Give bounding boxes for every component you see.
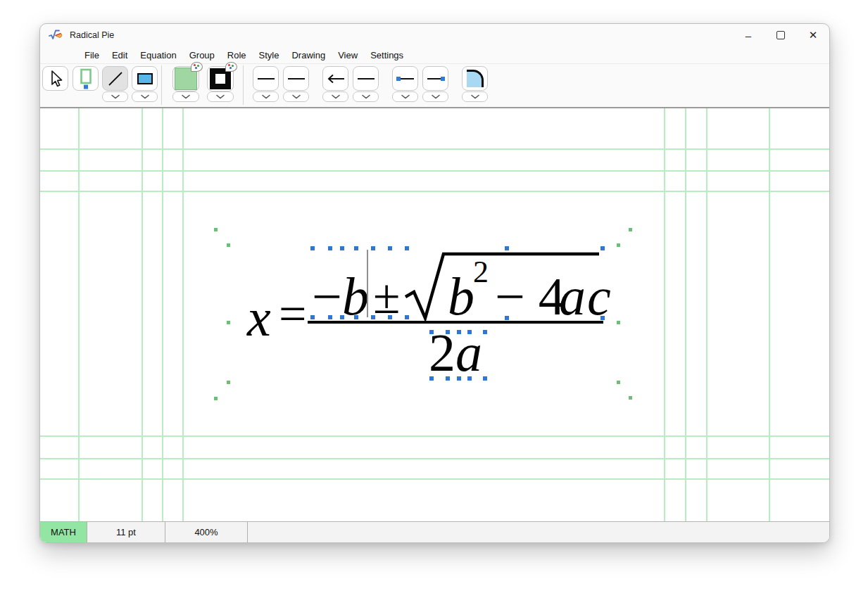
text-box-icon: [77, 68, 94, 89]
status-font-size[interactable]: 11 pt: [87, 522, 165, 542]
line-tool-button[interactable]: [102, 66, 128, 91]
arrow-start-button[interactable]: [322, 66, 348, 91]
rectangle-tool-button[interactable]: [132, 66, 158, 91]
selection-dot-blue: [328, 315, 332, 319]
maximize-button[interactable]: [765, 24, 797, 46]
line-weight-dropdown[interactable]: [283, 91, 309, 102]
chevron-down-icon: [401, 94, 410, 99]
selection-dot-blue: [429, 376, 434, 381]
chevron-down-icon: [361, 94, 371, 99]
selection-handle-green[interactable]: [227, 381, 230, 384]
selection-handle-green[interactable]: [227, 321, 230, 324]
line-weight-button[interactable]: [283, 66, 309, 91]
corner-style-dropdown[interactable]: [462, 91, 488, 102]
close-button[interactable]: ✕: [797, 24, 829, 46]
equation-canvas[interactable]: x = −b ± b 2 − 4 ac 2a: [40, 108, 829, 523]
menu-role[interactable]: Role: [221, 49, 253, 62]
menu-style[interactable]: Style: [253, 49, 286, 62]
selection-handle-green[interactable]: [617, 321, 620, 324]
selection-dot-blue: [354, 246, 358, 250]
selection-handle-green[interactable]: [214, 228, 218, 231]
menu-bar: File Edit Equation Group Role Style Draw…: [40, 46, 829, 63]
plain-line-icon: [356, 77, 376, 81]
equals-sign: =: [279, 290, 306, 339]
rectangle-icon: [137, 73, 153, 84]
status-spacer: [248, 522, 829, 542]
line-style-dropdown[interactable]: [253, 91, 279, 102]
line-style-icon: [256, 77, 276, 81]
border-color-button[interactable]: [207, 66, 234, 91]
endpoint-end-button[interactable]: [422, 66, 448, 91]
arrow-end-dropdown[interactable]: [353, 91, 379, 102]
toolbar: [40, 63, 829, 108]
chevron-down-icon: [331, 94, 341, 99]
grid-line-vertical: [664, 108, 665, 523]
menu-file[interactable]: File: [78, 49, 106, 62]
selection-dot-blue: [446, 376, 450, 381]
selection-handle-green[interactable]: [629, 228, 632, 231]
endpoint-start-button[interactable]: [392, 66, 418, 91]
selection-dot-blue: [405, 246, 409, 250]
menu-equation[interactable]: Equation: [134, 49, 182, 62]
line-tool-dropdown[interactable]: [102, 91, 128, 102]
cursor-tool-button[interactable]: [42, 66, 68, 91]
selection-dot-blue: [600, 246, 605, 250]
selection-handle-green[interactable]: [617, 243, 620, 247]
status-zoom-level[interactable]: 400%: [165, 522, 248, 542]
selection-handle-green[interactable]: [617, 381, 620, 384]
selection-dot-blue: [340, 315, 344, 319]
grid-line-vertical: [78, 108, 80, 523]
arrow-start-dropdown[interactable]: [322, 91, 348, 102]
grid-line-vertical: [706, 108, 707, 523]
status-mode-math[interactable]: MATH: [40, 522, 87, 542]
grid-line-horizontal: [40, 478, 829, 480]
selection-dot-blue: [467, 330, 472, 334]
menu-edit[interactable]: Edit: [106, 49, 134, 62]
endpoint-end-dropdown[interactable]: [422, 91, 448, 102]
menu-settings[interactable]: Settings: [364, 49, 410, 62]
grid-line-horizontal: [40, 170, 829, 172]
corner-style-button[interactable]: [462, 66, 488, 91]
fill-color-dropdown[interactable]: [172, 91, 199, 102]
chevron-down-icon: [431, 94, 441, 99]
selection-dot-blue: [328, 246, 332, 250]
line-weight-icon: [287, 77, 306, 81]
radicand-b: b: [448, 269, 474, 323]
menu-view[interactable]: View: [332, 49, 364, 62]
grid-line-vertical: [182, 108, 184, 523]
selection-handle-green[interactable]: [629, 396, 632, 400]
selection-handle-green[interactable]: [214, 397, 218, 400]
selection-dot-blue: [505, 246, 509, 250]
maximize-icon: [776, 31, 785, 39]
selection-dot-blue: [388, 246, 392, 250]
endpoint-start-dropdown[interactable]: [392, 91, 418, 102]
selection-dot-blue: [310, 315, 315, 319]
line-style-button[interactable]: [253, 66, 279, 91]
selection-dot-blue: [371, 315, 375, 319]
menu-drawing[interactable]: Drawing: [285, 49, 332, 62]
minimize-button[interactable]: –: [732, 24, 765, 46]
selection-handle-green[interactable]: [227, 243, 230, 247]
menu-group[interactable]: Group: [183, 49, 221, 62]
arrow-end-button[interactable]: [353, 66, 379, 91]
title-bar[interactable]: Radical Pie – ✕: [40, 24, 829, 46]
radicand-exponent: 2: [473, 257, 489, 288]
text-box-tool-button[interactable]: [73, 66, 99, 91]
toolbar-separator: [243, 65, 244, 105]
grid-line-vertical: [162, 108, 163, 523]
selection-dot-blue: [388, 315, 392, 319]
plus-minus-sign: ±: [373, 272, 400, 321]
selection-dot-blue: [446, 330, 450, 334]
line-icon: [106, 70, 125, 88]
rectangle-tool-dropdown[interactable]: [132, 91, 158, 102]
chevron-down-icon: [291, 94, 301, 99]
selection-dot-blue: [483, 376, 487, 381]
selection-dot-blue: [371, 246, 375, 250]
selection-dot-blue: [310, 246, 315, 250]
fill-color-button[interactable]: [172, 66, 199, 91]
toolbar-separator: [161, 65, 162, 105]
grid-line-horizontal: [40, 435, 829, 437]
selection-dot-blue: [429, 330, 434, 334]
border-color-dropdown[interactable]: [207, 91, 234, 102]
grid-line-vertical: [141, 108, 143, 523]
